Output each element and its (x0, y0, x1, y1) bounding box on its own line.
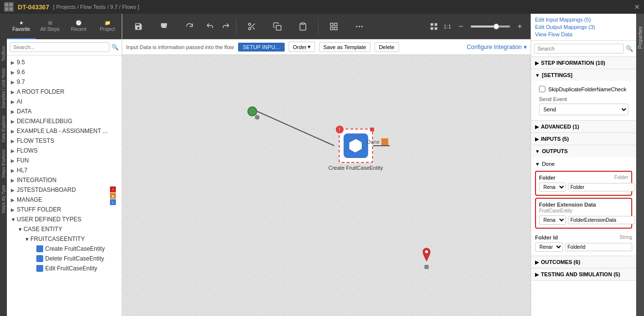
folder-id-input[interactable] (565, 243, 632, 251)
flag-button[interactable] (152, 16, 176, 37)
folder-ext-input[interactable] (568, 216, 635, 224)
folder-output-field: Folder Folder Rename ▾ (535, 171, 632, 196)
search-input[interactable] (10, 42, 109, 52)
tree-item-v97[interactable]: ▶9.7 (7, 77, 122, 87)
tree-item-flows[interactable]: ▶FLOWS (7, 146, 122, 156)
tab-favorite[interactable]: ★ Favorite (7, 14, 36, 39)
send-event-select[interactable]: Send (539, 104, 628, 115)
tree-item-hl7[interactable]: ▶HL7 (7, 165, 122, 175)
save-button[interactable] (126, 16, 151, 37)
tab-toolbox[interactable]: Toolbox (0, 43, 7, 64)
tree-item-flowtests[interactable]: ▶FLOW TESTS (7, 136, 122, 146)
node-box[interactable]: ! (339, 129, 373, 163)
properties-search: 🔍 (531, 41, 636, 57)
skip-duplicate-checkbox[interactable] (539, 86, 545, 92)
properties-search-input[interactable] (534, 44, 624, 53)
refresh-button[interactable] (177, 16, 202, 37)
done-circle[interactable] (381, 138, 388, 145)
configure-integration-button[interactable]: Configure Integration ▾ (467, 44, 527, 51)
tab-samples[interactable]: Samples / Unit Tests (0, 65, 7, 111)
tree-item-createfruitcaseentity[interactable]: Create FruitCaseEntity (7, 244, 122, 254)
create-fruitcaseentity-node[interactable]: ! Create FruitCaseEntity (328, 129, 383, 171)
svg-line-21 (257, 111, 334, 146)
warning-indicator-1[interactable]: ▲ (110, 193, 116, 199)
order-button[interactable]: Order ▾ (289, 42, 315, 52)
tree-item-caseentity[interactable]: ▼CASE ENTITY (7, 224, 122, 234)
scissors-button[interactable] (240, 16, 264, 37)
canvas-info-text: Input Data is information passed into th… (126, 44, 234, 50)
edit-output-mappings-link[interactable]: Edit Output Mappings (3) (535, 24, 632, 30)
tree-item-fun[interactable]: ▶FUN (7, 156, 122, 165)
tab-data-explorer[interactable]: Data Explorer (0, 112, 7, 145)
folder-ext-rename-select[interactable]: Rename ▾ (539, 215, 566, 225)
tab-all-steps[interactable]: ⊞ All Steps (36, 14, 65, 39)
tree-item-data[interactable]: ▶DATA (7, 106, 122, 116)
edit-input-mappings-link[interactable]: Edit Input Mappings (5) (535, 17, 632, 23)
svg-rect-3 (9, 7, 13, 11)
chevron-down-icon-done: ▼ (535, 161, 540, 167)
tree-item-manage[interactable]: ▶MANAGE (7, 195, 122, 205)
tab-project[interactable]: 📁 Project (93, 14, 122, 39)
node-error-indicator: ! (336, 126, 344, 133)
inputs-header[interactable]: ▶ INPUTS (5) (531, 133, 636, 145)
tree-item-deletefruitcaseentity[interactable]: Delete FruitCaseEntity (7, 254, 122, 263)
outputs-section: ▼ OUTPUTS ▼ Done Folder Folder Rename ▾ (531, 145, 636, 256)
tree-item-integration[interactable]: ▶INTEGRATION (7, 175, 122, 185)
more-button[interactable] (347, 16, 372, 37)
right-tab-properties[interactable]: Properties (637, 24, 644, 52)
zoom-slider[interactable] (471, 26, 510, 27)
chevron-down-icon-settings: ▼ (535, 73, 540, 78)
tree-item-ai[interactable]: ▶AI (7, 97, 122, 106)
window-id: DT-043367 (18, 3, 49, 11)
tree-item-arootfolder[interactable]: ▶A ROOT FOLDER (7, 87, 122, 97)
svg-rect-18 (434, 23, 437, 26)
tree-item-stufffolder[interactable]: ▶STUFF FOLDER (7, 205, 122, 214)
properties-panel: Edit Input Mappings (5) Edit Output Mapp… (531, 14, 636, 316)
canvas-main[interactable]: ! Create FruitCaseEntity Done (122, 55, 531, 316)
tab-recent[interactable]: 🕐 Recent (64, 14, 93, 39)
view-flow-data-link[interactable]: View Flow Data (535, 31, 632, 37)
svg-rect-10 (330, 23, 333, 26)
tree-item-decimalfieldbug[interactable]: ▶DECIMALFIELDBUG (7, 116, 122, 126)
delete-button[interactable]: Delete (375, 42, 399, 52)
close-button[interactable]: ✕ (634, 3, 640, 11)
svg-rect-2 (5, 7, 8, 11)
undo-button[interactable] (203, 16, 217, 37)
tree-item-jstestdashboard[interactable]: ▶JSTESTDASHBOARD (7, 185, 122, 195)
zoom-out-button[interactable]: − (454, 20, 468, 33)
start-node[interactable] (247, 106, 257, 116)
paste-button[interactable] (291, 16, 315, 37)
save-as-template-button[interactable]: Save as Template (319, 42, 371, 52)
tree-item-v95[interactable]: ▶9.5 (7, 57, 122, 67)
app-logo (4, 2, 14, 12)
tree-item-examplelab[interactable]: ▶EXAMPLE LAB - ASSIGNMENT ... (7, 126, 122, 136)
redo-button[interactable] (218, 16, 233, 37)
outcomes-header[interactable]: ▶ OUTCOMES (6) (531, 256, 636, 268)
tab-steps-by-type[interactable]: Steps By Type (0, 182, 7, 216)
tree-item-v96[interactable]: ▶9.6 (7, 67, 122, 77)
group-button[interactable] (322, 16, 346, 37)
map-marker: ! (421, 248, 432, 267)
step-information-header[interactable]: ▶ STEP INFORMATION (10) (531, 57, 636, 69)
svg-rect-11 (335, 23, 337, 26)
grid-view-button[interactable] (427, 20, 441, 33)
tree-item-fruitcaseentity[interactable]: ▼FRUITCASEENTITY (7, 234, 122, 244)
setup-input-button[interactable]: SETUP INPU... (238, 43, 285, 52)
copy-button[interactable] (265, 16, 290, 37)
folder-input[interactable] (568, 183, 635, 191)
testing-header[interactable]: ▶ TESTING AND SIMULATION (5) (531, 268, 636, 280)
info-indicator-1[interactable]: i (110, 199, 116, 205)
folder-rename-select[interactable]: Rename ▾ (539, 183, 566, 192)
folder-id-rename-select[interactable]: Rename ▾ (535, 242, 563, 252)
advanced-header[interactable]: ▶ ADVANCED (1) (531, 121, 636, 132)
flow-connectors (122, 55, 531, 316)
settings-header[interactable]: ▼ [SETTINGS] (531, 69, 636, 81)
outputs-header[interactable]: ▼ OUTPUTS (531, 145, 636, 157)
zoom-in-button[interactable]: + (513, 20, 527, 33)
done-header[interactable]: ▼ Done (535, 159, 632, 169)
tree-item-editfruitcaseentity[interactable]: Edit FruitCaseEntity (7, 263, 122, 273)
error-indicator-1[interactable]: ! (110, 186, 116, 192)
inputs-section: ▶ INPUTS (5) (531, 133, 636, 145)
tab-steps-explorer[interactable]: Steps Explorer (0, 146, 7, 181)
tree-item-userdefinedtypes[interactable]: ▼USER DEFINED TYPES (7, 214, 122, 224)
